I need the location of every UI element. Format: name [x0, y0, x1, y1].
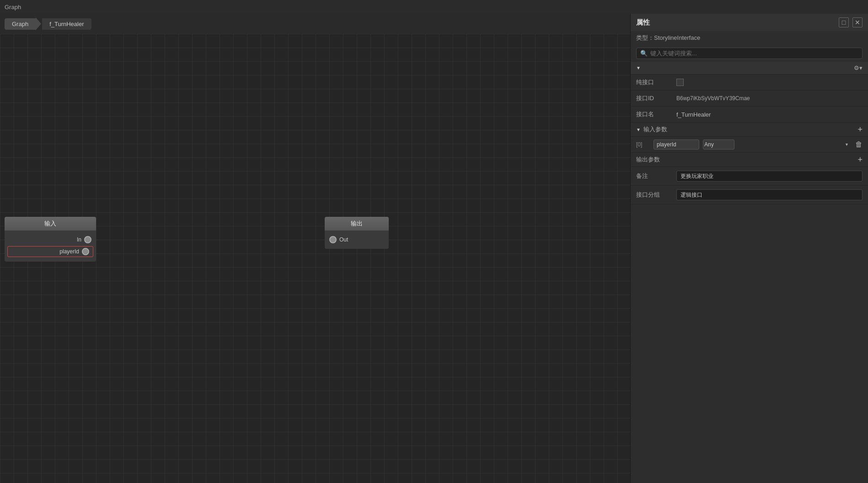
- prop-section: ▼ ⚙▾ 纯接口 接口ID B6wp7iKbSyVbWTvY39Cmae 接口名…: [631, 62, 868, 483]
- breadcrumb-arrow-icon: [36, 17, 41, 30]
- port-out-label: Out: [339, 236, 348, 243]
- remarks-input[interactable]: [676, 171, 863, 182]
- interface-name-label: 接口名: [636, 110, 673, 118]
- main-layout: Graph f_TurnHealer 输入 In playerId: [0, 14, 868, 483]
- search-input[interactable]: [650, 50, 858, 57]
- input-params-label: 输入参数: [643, 125, 855, 134]
- app-title: Graph: [5, 4, 21, 11]
- port-in-row: In: [5, 234, 96, 245]
- input-params-header: ▼ 输入参数 +: [631, 123, 868, 137]
- input-node-body: In playerId: [5, 231, 96, 262]
- breadcrumb-root-item: Graph: [5, 18, 36, 30]
- right-panel: 属性 □ ✕ 类型：StorylineInterface 🔍 ▼ ⚙▾: [630, 14, 868, 483]
- panel-type-row: 类型：StorylineInterface: [631, 31, 868, 45]
- param-index-label: [0]: [636, 141, 650, 148]
- param-row-0: [0] Any String Number Boolean Object 🗑: [631, 137, 868, 153]
- interface-name-value: f_TurnHealer: [676, 111, 863, 118]
- interface-group-row: 接口分组: [631, 186, 868, 204]
- pure-interface-label: 纯接口: [636, 78, 673, 86]
- param-name-input[interactable]: [654, 140, 699, 150]
- panel-search: 🔍: [631, 45, 868, 62]
- breadcrumb-child-button[interactable]: f_TurnHealer: [42, 18, 91, 30]
- remarks-row: 备注: [631, 167, 868, 186]
- maximize-button[interactable]: □: [839, 17, 849, 27]
- gear-icon[interactable]: ⚙▾: [854, 64, 863, 71]
- output-node[interactable]: 输出 Out: [325, 217, 389, 249]
- search-icon: 🔍: [640, 50, 648, 57]
- delete-param-button[interactable]: 🗑: [855, 140, 863, 149]
- input-node[interactable]: 输入 In playerId: [5, 217, 96, 262]
- port-player-circle: [82, 248, 89, 255]
- title-bar: Graph: [0, 0, 868, 14]
- pure-interface-checkbox[interactable]: [676, 79, 684, 86]
- graph-canvas[interactable]: 输入 In playerId 输出: [0, 34, 630, 483]
- port-in-label: In: [77, 236, 81, 243]
- interface-name-row: 接口名 f_TurnHealer: [631, 107, 868, 123]
- graph-area: Graph f_TurnHealer 输入 In playerId: [0, 14, 630, 483]
- param-type-select-wrap: Any String Number Boolean Object: [703, 140, 852, 150]
- panel-title-buttons: □ ✕: [839, 17, 863, 27]
- port-out-circle: [329, 236, 337, 243]
- search-input-wrap: 🔍: [636, 48, 863, 59]
- add-output-param-button[interactable]: +: [857, 156, 863, 164]
- param-type-select[interactable]: Any String Number Boolean Object: [703, 140, 734, 150]
- interface-group-input[interactable]: [676, 189, 863, 200]
- panel-title: 属性: [636, 18, 650, 27]
- input-node-header: 输入: [5, 217, 96, 231]
- panel-titlebar: 属性 □ ✕: [631, 14, 868, 31]
- remarks-label: 备注: [636, 172, 673, 180]
- output-params-header: 输出参数 +: [631, 153, 868, 167]
- add-input-param-button[interactable]: +: [857, 125, 863, 134]
- collapse-triangle-icon: ▼: [636, 65, 641, 70]
- interface-group-label: 接口分组: [636, 191, 673, 199]
- interface-id-row: 接口ID B6wp7iKbSyVbWTvY39Cmae: [631, 91, 868, 107]
- pure-interface-row: 纯接口: [631, 75, 868, 91]
- section-header[interactable]: ▼ ⚙▾: [631, 62, 868, 75]
- interface-id-label: 接口ID: [636, 94, 673, 102]
- port-out-row: Out: [325, 234, 389, 245]
- breadcrumb: Graph f_TurnHealer: [0, 14, 630, 34]
- output-node-body: Out: [325, 231, 389, 249]
- port-player-row: playerId: [7, 246, 93, 257]
- output-params-label: 输出参数: [636, 156, 855, 164]
- interface-id-value: B6wp7iKbSyVbWTvY39Cmae: [676, 95, 750, 102]
- input-params-triangle-icon: ▼: [636, 127, 641, 132]
- port-in-circle: [84, 236, 91, 243]
- output-node-header: 输出: [325, 217, 389, 231]
- type-label: 类型：StorylineInterface: [636, 34, 700, 41]
- close-button[interactable]: ✕: [852, 17, 863, 27]
- port-player-label: playerId: [59, 248, 79, 255]
- breadcrumb-root-button[interactable]: Graph: [5, 18, 36, 30]
